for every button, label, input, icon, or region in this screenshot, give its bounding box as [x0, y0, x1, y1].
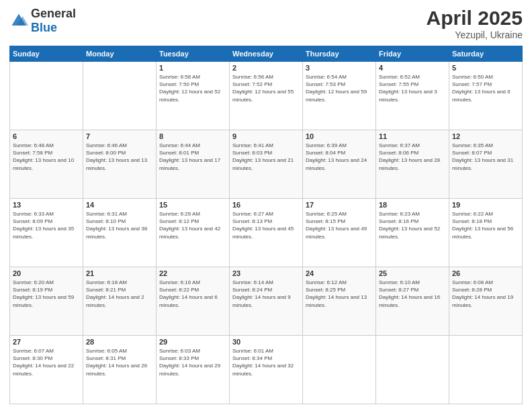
- day-info: Sunrise: 6:50 AM Sunset: 7:57 PM Dayligh…: [452, 73, 519, 103]
- day-number: 5: [452, 64, 519, 72]
- day-info: Sunrise: 6:25 AM Sunset: 8:15 PM Dayligh…: [306, 210, 373, 240]
- day-info: Sunrise: 6:37 AM Sunset: 8:06 PM Dayligh…: [379, 142, 446, 172]
- day-info: Sunrise: 6:01 AM Sunset: 8:34 PM Dayligh…: [232, 347, 300, 377]
- day-number: 22: [159, 269, 226, 277]
- day-info: Sunrise: 6:10 AM Sunset: 8:27 PM Dayligh…: [379, 279, 446, 309]
- day-number: 15: [159, 201, 226, 209]
- day-number: 13: [13, 201, 80, 209]
- calendar-cell: 28Sunrise: 6:05 AM Sunset: 8:31 PM Dayli…: [83, 336, 157, 404]
- calendar-cell: 17Sunrise: 6:25 AM Sunset: 8:15 PM Dayli…: [303, 199, 376, 267]
- calendar-cell: 27Sunrise: 6:07 AM Sunset: 8:30 PM Dayli…: [10, 336, 83, 404]
- calendar-cell: 9Sunrise: 6:41 AM Sunset: 8:03 PM Daylig…: [230, 130, 303, 199]
- calendar-cell: [449, 336, 523, 404]
- day-info: Sunrise: 6:16 AM Sunset: 8:22 PM Dayligh…: [159, 279, 226, 309]
- day-number: 18: [379, 201, 446, 209]
- day-number: 3: [306, 64, 373, 72]
- calendar-week-1: 1Sunrise: 6:58 AM Sunset: 7:50 PM Daylig…: [10, 62, 523, 130]
- day-number: 29: [159, 338, 226, 346]
- title-block: April 2025 Yezupil, Ukraine: [427, 7, 523, 40]
- calendar-cell: 4Sunrise: 6:52 AM Sunset: 7:55 PM Daylig…: [376, 62, 449, 130]
- calendar-cell: 20Sunrise: 6:20 AM Sunset: 8:19 PM Dayli…: [10, 267, 83, 336]
- weekday-sunday: Sunday: [10, 46, 83, 62]
- day-info: Sunrise: 6:27 AM Sunset: 8:13 PM Dayligh…: [232, 210, 300, 240]
- calendar-week-2: 6Sunrise: 6:48 AM Sunset: 7:58 PM Daylig…: [10, 130, 523, 199]
- calendar-cell: 12Sunrise: 6:35 AM Sunset: 8:07 PM Dayli…: [449, 130, 523, 199]
- logo: General Blue: [9, 7, 76, 35]
- day-number: 21: [86, 269, 153, 277]
- logo-general: General: [31, 7, 76, 20]
- day-number: 16: [232, 201, 300, 209]
- weekday-tuesday: Tuesday: [157, 46, 230, 62]
- day-info: Sunrise: 6:44 AM Sunset: 8:01 PM Dayligh…: [159, 142, 226, 172]
- day-info: Sunrise: 6:23 AM Sunset: 8:16 PM Dayligh…: [379, 210, 446, 240]
- calendar-week-4: 20Sunrise: 6:20 AM Sunset: 8:19 PM Dayli…: [10, 267, 523, 336]
- day-info: Sunrise: 6:54 AM Sunset: 7:53 PM Dayligh…: [306, 73, 373, 103]
- calendar-cell: 19Sunrise: 6:22 AM Sunset: 8:18 PM Dayli…: [449, 199, 523, 267]
- calendar-cell: 13Sunrise: 6:33 AM Sunset: 8:09 PM Dayli…: [10, 199, 83, 267]
- day-info: Sunrise: 6:18 AM Sunset: 8:21 PM Dayligh…: [86, 279, 153, 309]
- day-info: Sunrise: 6:39 AM Sunset: 8:04 PM Dayligh…: [306, 142, 373, 172]
- calendar-cell: [376, 336, 449, 404]
- day-number: 9: [232, 132, 300, 140]
- day-number: 23: [232, 269, 300, 277]
- day-number: 2: [232, 64, 300, 72]
- calendar-cell: 3Sunrise: 6:54 AM Sunset: 7:53 PM Daylig…: [303, 62, 376, 130]
- day-info: Sunrise: 6:12 AM Sunset: 8:25 PM Dayligh…: [306, 279, 373, 309]
- calendar-week-3: 13Sunrise: 6:33 AM Sunset: 8:09 PM Dayli…: [10, 199, 523, 267]
- day-number: 6: [13, 132, 80, 140]
- day-number: 30: [232, 338, 300, 346]
- weekday-wednesday: Wednesday: [230, 46, 303, 62]
- day-number: 27: [13, 338, 80, 346]
- day-number: 11: [379, 132, 446, 140]
- calendar-cell: 29Sunrise: 6:03 AM Sunset: 8:33 PM Dayli…: [157, 336, 230, 404]
- day-number: 12: [452, 132, 519, 140]
- day-number: 19: [452, 201, 519, 209]
- day-info: Sunrise: 6:29 AM Sunset: 8:12 PM Dayligh…: [159, 210, 226, 240]
- day-info: Sunrise: 6:48 AM Sunset: 7:58 PM Dayligh…: [13, 142, 80, 172]
- logo-blue: Blue: [31, 21, 57, 34]
- weekday-header-row: SundayMondayTuesdayWednesdayThursdayFrid…: [10, 46, 523, 62]
- calendar-cell: 6Sunrise: 6:48 AM Sunset: 7:58 PM Daylig…: [10, 130, 83, 199]
- day-info: Sunrise: 6:22 AM Sunset: 8:18 PM Dayligh…: [452, 210, 519, 240]
- weekday-friday: Friday: [376, 46, 449, 62]
- day-info: Sunrise: 6:33 AM Sunset: 8:09 PM Dayligh…: [13, 210, 80, 240]
- day-number: 28: [86, 338, 153, 346]
- day-number: 7: [86, 132, 153, 140]
- logo-icon: [9, 11, 28, 30]
- weekday-monday: Monday: [83, 46, 157, 62]
- page: General Blue April 2025 Yezupil, Ukraine…: [0, 0, 532, 411]
- day-number: 20: [13, 269, 80, 277]
- calendar-cell: 22Sunrise: 6:16 AM Sunset: 8:22 PM Dayli…: [157, 267, 230, 336]
- day-info: Sunrise: 6:58 AM Sunset: 7:50 PM Dayligh…: [159, 73, 226, 103]
- day-info: Sunrise: 6:14 AM Sunset: 8:24 PM Dayligh…: [232, 279, 300, 309]
- calendar-table: SundayMondayTuesdayWednesdayThursdayFrid…: [9, 46, 523, 404]
- calendar-cell: 15Sunrise: 6:29 AM Sunset: 8:12 PM Dayli…: [157, 199, 230, 267]
- calendar-cell: 11Sunrise: 6:37 AM Sunset: 8:06 PM Dayli…: [376, 130, 449, 199]
- day-info: Sunrise: 6:31 AM Sunset: 8:10 PM Dayligh…: [86, 210, 153, 240]
- day-number: 25: [379, 269, 446, 277]
- calendar-location: Yezupil, Ukraine: [427, 30, 523, 40]
- day-info: Sunrise: 6:52 AM Sunset: 7:55 PM Dayligh…: [379, 73, 446, 103]
- day-number: 26: [452, 269, 519, 277]
- calendar-cell: 24Sunrise: 6:12 AM Sunset: 8:25 PM Dayli…: [303, 267, 376, 336]
- calendar-cell: 1Sunrise: 6:58 AM Sunset: 7:50 PM Daylig…: [157, 62, 230, 130]
- calendar-cell: 21Sunrise: 6:18 AM Sunset: 8:21 PM Dayli…: [83, 267, 157, 336]
- day-info: Sunrise: 6:05 AM Sunset: 8:31 PM Dayligh…: [86, 347, 153, 377]
- calendar-cell: 2Sunrise: 6:56 AM Sunset: 7:52 PM Daylig…: [230, 62, 303, 130]
- calendar-cell: [83, 62, 157, 130]
- calendar-cell: [10, 62, 83, 130]
- day-number: 10: [306, 132, 373, 140]
- day-info: Sunrise: 6:41 AM Sunset: 8:03 PM Dayligh…: [232, 142, 300, 172]
- day-number: 14: [86, 201, 153, 209]
- day-info: Sunrise: 6:07 AM Sunset: 8:30 PM Dayligh…: [13, 347, 80, 377]
- calendar-cell: 30Sunrise: 6:01 AM Sunset: 8:34 PM Dayli…: [230, 336, 303, 404]
- weekday-thursday: Thursday: [303, 46, 376, 62]
- day-info: Sunrise: 6:08 AM Sunset: 8:28 PM Dayligh…: [452, 279, 519, 309]
- day-number: 4: [379, 64, 446, 72]
- calendar-cell: 7Sunrise: 6:46 AM Sunset: 8:00 PM Daylig…: [83, 130, 157, 199]
- calendar-cell: 23Sunrise: 6:14 AM Sunset: 8:24 PM Dayli…: [230, 267, 303, 336]
- calendar-cell: 8Sunrise: 6:44 AM Sunset: 8:01 PM Daylig…: [157, 130, 230, 199]
- calendar-cell: 16Sunrise: 6:27 AM Sunset: 8:13 PM Dayli…: [230, 199, 303, 267]
- calendar-cell: 5Sunrise: 6:50 AM Sunset: 7:57 PM Daylig…: [449, 62, 523, 130]
- day-number: 1: [159, 64, 226, 72]
